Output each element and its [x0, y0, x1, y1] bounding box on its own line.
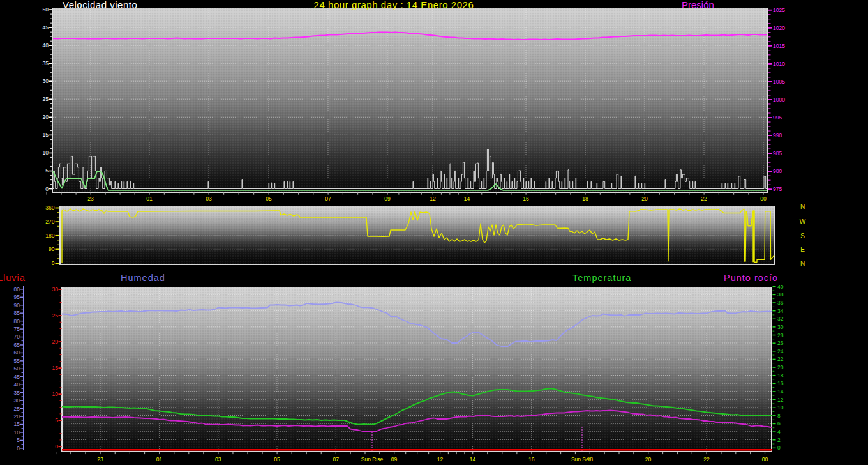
svg-text:25: 25 — [52, 312, 59, 319]
svg-text:80: 80 — [14, 318, 20, 324]
svg-text:95: 95 — [14, 294, 20, 300]
svg-text:Lluvia: Lluvia — [0, 273, 26, 283]
svg-text:00: 00 — [762, 456, 768, 462]
svg-text:07: 07 — [333, 456, 339, 462]
svg-text:Temperatura: Temperatura — [572, 273, 631, 283]
svg-text:30: 30 — [52, 286, 59, 293]
svg-text:22: 22 — [701, 195, 707, 202]
svg-text:09: 09 — [384, 195, 391, 202]
svg-text:40: 40 — [43, 42, 49, 49]
svg-text:Presión: Presión — [682, 0, 714, 10]
svg-text:18: 18 — [777, 372, 784, 379]
svg-text:N: N — [800, 260, 805, 267]
svg-text:1010: 1010 — [773, 61, 785, 67]
svg-text:1020: 1020 — [773, 25, 785, 31]
svg-text:1015: 1015 — [773, 43, 785, 49]
svg-text:26: 26 — [777, 340, 784, 346]
svg-text:S: S — [800, 232, 805, 240]
svg-text:40: 40 — [14, 381, 20, 388]
svg-text:03: 03 — [206, 195, 212, 202]
svg-text:0: 0 — [17, 445, 20, 452]
svg-text:03: 03 — [215, 456, 221, 462]
svg-text:14: 14 — [464, 195, 470, 202]
svg-text:25: 25 — [43, 96, 49, 102]
svg-text:5: 5 — [55, 417, 58, 423]
svg-text:45: 45 — [43, 24, 49, 31]
svg-text:0: 0 — [777, 445, 781, 451]
svg-text:15: 15 — [43, 132, 49, 138]
svg-text:15: 15 — [14, 421, 20, 427]
svg-text:32: 32 — [777, 316, 784, 322]
svg-text:12: 12 — [437, 456, 444, 462]
svg-text:65: 65 — [14, 342, 20, 348]
svg-text:Punto rocío: Punto rocío — [724, 273, 778, 283]
svg-text:60: 60 — [14, 349, 20, 356]
svg-text:45: 45 — [14, 374, 20, 380]
svg-text:0: 0 — [55, 443, 58, 450]
svg-text:05: 05 — [266, 195, 272, 202]
svg-text:01: 01 — [146, 195, 153, 202]
svg-text:90: 90 — [14, 302, 20, 309]
svg-text:35: 35 — [43, 60, 49, 66]
svg-text:985: 985 — [773, 150, 782, 156]
svg-text:40: 40 — [777, 284, 784, 290]
svg-text:75: 75 — [14, 326, 20, 332]
svg-text:10: 10 — [777, 404, 784, 411]
svg-text:09: 09 — [391, 456, 398, 462]
svg-text:180: 180 — [45, 232, 54, 239]
svg-text:Sun Rise: Sun Rise — [361, 456, 384, 462]
svg-text:N: N — [800, 203, 805, 210]
svg-text:Velocidad viento: Velocidad viento — [63, 0, 137, 10]
svg-text:5: 5 — [45, 167, 49, 174]
svg-text:20: 20 — [641, 195, 648, 202]
svg-text:34: 34 — [777, 308, 784, 314]
svg-text:70: 70 — [14, 333, 20, 340]
svg-text:20: 20 — [52, 339, 59, 345]
svg-text:30: 30 — [43, 78, 49, 84]
svg-text:22: 22 — [703, 456, 710, 462]
svg-text:50: 50 — [43, 6, 49, 13]
svg-text:30: 30 — [777, 324, 784, 330]
svg-text:8: 8 — [777, 413, 781, 419]
svg-text:Humedad: Humedad — [121, 273, 165, 283]
svg-text:23: 23 — [87, 195, 94, 202]
svg-text:55: 55 — [14, 358, 20, 364]
svg-text:38: 38 — [777, 291, 784, 298]
svg-text:W: W — [800, 218, 806, 225]
svg-text:16: 16 — [777, 380, 784, 386]
svg-text:23: 23 — [97, 456, 103, 462]
svg-text:10: 10 — [52, 391, 59, 397]
svg-text:15: 15 — [52, 365, 59, 371]
svg-text:Sun Set: Sun Set — [571, 456, 591, 462]
svg-text:14: 14 — [777, 388, 784, 395]
svg-text:16: 16 — [523, 195, 529, 202]
svg-text:05: 05 — [274, 456, 280, 462]
svg-text:5: 5 — [17, 437, 20, 443]
svg-text:16: 16 — [528, 456, 535, 462]
svg-text:20: 20 — [645, 456, 652, 462]
svg-text:28: 28 — [777, 332, 784, 339]
svg-text:20: 20 — [43, 114, 49, 120]
svg-text:50: 50 — [14, 365, 20, 372]
svg-text:980: 980 — [773, 168, 782, 174]
svg-text:07: 07 — [325, 195, 331, 202]
svg-text:270: 270 — [45, 218, 54, 225]
svg-text:10: 10 — [14, 429, 20, 436]
svg-text:10: 10 — [43, 149, 49, 156]
svg-text:990: 990 — [773, 132, 782, 139]
svg-text:14: 14 — [470, 456, 476, 462]
svg-text:1000: 1000 — [773, 96, 785, 103]
svg-text:20: 20 — [14, 413, 20, 420]
svg-text:0: 0 — [45, 186, 49, 192]
svg-text:01: 01 — [156, 456, 163, 462]
svg-text:2: 2 — [777, 437, 781, 443]
svg-text:6: 6 — [777, 420, 781, 427]
svg-text:25: 25 — [14, 406, 20, 412]
svg-text:E: E — [800, 246, 805, 253]
svg-text:18: 18 — [582, 195, 588, 202]
svg-text:85: 85 — [14, 310, 20, 316]
svg-text:36: 36 — [777, 300, 784, 306]
svg-text:12: 12 — [430, 195, 436, 202]
svg-text:24 hour graph day : 14 Enero 2: 24 hour graph day : 14 Enero 2026 — [314, 0, 474, 10]
svg-text:00: 00 — [14, 286, 20, 293]
